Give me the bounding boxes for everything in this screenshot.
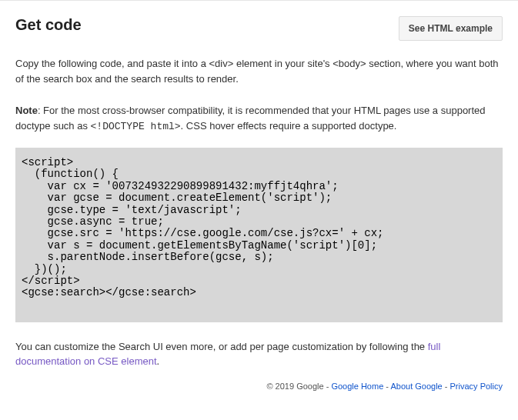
code-block[interactable]: <script> (function() { var cx = '0073249… (15, 148, 503, 322)
privacy-policy-link[interactable]: Privacy Policy (450, 382, 503, 391)
footer: © 2019 Google - Google Home - About Goog… (15, 377, 503, 391)
customize-after: . (157, 355, 160, 367)
header-row: Get code See HTML example (15, 16, 503, 41)
copyright-text: © 2019 Google (266, 382, 326, 391)
note-code: <!DOCTYPE html> (91, 121, 181, 132)
about-google-link[interactable]: About Google (390, 382, 442, 391)
customize-before: You can customize the Search UI even mor… (15, 341, 428, 352)
note-label: Note (15, 105, 38, 116)
google-home-link[interactable]: Google Home (331, 382, 383, 391)
note-text: Note: For the most cross-browser compati… (15, 103, 503, 134)
see-html-example-button[interactable]: See HTML example (399, 16, 503, 41)
note-after: . CSS hover effects require a supported … (181, 120, 397, 132)
page-title: Get code (15, 16, 82, 34)
customize-text: You can customize the Search UI even mor… (15, 339, 503, 369)
separator: - (445, 382, 450, 391)
instruction-text: Copy the following code, and paste it in… (15, 56, 503, 86)
get-code-panel: Get code See HTML example Copy the follo… (0, 0, 518, 398)
